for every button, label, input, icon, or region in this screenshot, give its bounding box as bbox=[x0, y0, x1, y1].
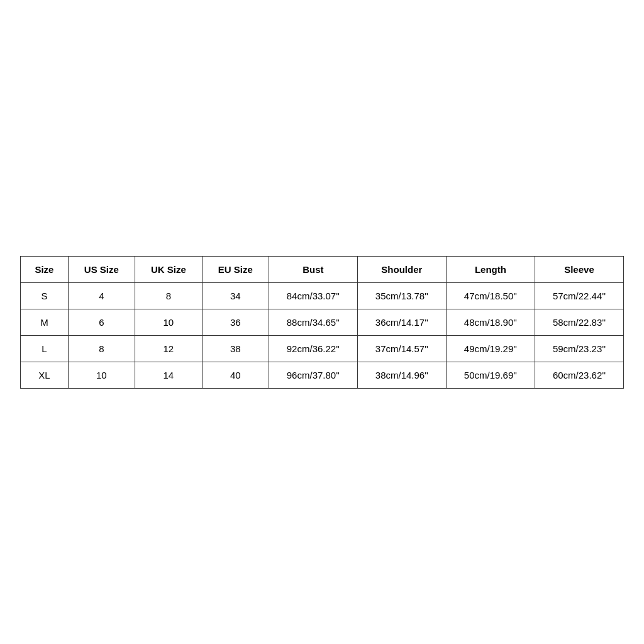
column-header-shoulder: Shoulder bbox=[357, 256, 446, 282]
table-cell-sleeve-row-0: 57cm/22.44'' bbox=[535, 282, 623, 309]
column-header-sleeve: Sleeve bbox=[535, 256, 623, 282]
table-cell-eu-size-row-1: 36 bbox=[202, 309, 269, 335]
table-cell-length-row-2: 49cm/19.29'' bbox=[446, 335, 535, 362]
table-header-row: SizeUS SizeUK SizeEU SizeBustShoulderLen… bbox=[21, 256, 624, 282]
table-row: M6103688cm/34.65''36cm/14.17''48cm/18.90… bbox=[21, 309, 624, 335]
table-cell-shoulder-row-2: 37cm/14.57'' bbox=[357, 335, 446, 362]
table-cell-shoulder-row-1: 36cm/14.17'' bbox=[357, 309, 446, 335]
table-cell-sleeve-row-2: 59cm/23.23'' bbox=[535, 335, 623, 362]
table-cell-uk-size-row-3: 14 bbox=[135, 362, 202, 388]
column-header-bust: Bust bbox=[269, 256, 357, 282]
table-cell-size-row-1: M bbox=[21, 309, 69, 335]
size-chart-container: SizeUS SizeUK SizeEU SizeBustShoulderLen… bbox=[20, 256, 624, 389]
table-cell-uk-size-row-0: 8 bbox=[135, 282, 202, 309]
table-cell-bust-row-0: 84cm/33.07'' bbox=[269, 282, 357, 309]
column-header-size: Size bbox=[21, 256, 69, 282]
table-cell-size-row-2: L bbox=[21, 335, 69, 362]
table-cell-uk-size-row-2: 12 bbox=[135, 335, 202, 362]
table-cell-eu-size-row-3: 40 bbox=[202, 362, 269, 388]
table-cell-us-size-row-1: 6 bbox=[68, 309, 135, 335]
table-cell-length-row-0: 47cm/18.50'' bbox=[446, 282, 535, 309]
table-cell-eu-size-row-0: 34 bbox=[202, 282, 269, 309]
table-cell-us-size-row-0: 4 bbox=[68, 282, 135, 309]
table-row: S483484cm/33.07''35cm/13.78''47cm/18.50'… bbox=[21, 282, 624, 309]
table-cell-bust-row-3: 96cm/37.80'' bbox=[269, 362, 357, 388]
table-cell-us-size-row-3: 10 bbox=[68, 362, 135, 388]
column-header-length: Length bbox=[446, 256, 535, 282]
table-cell-sleeve-row-1: 58cm/22.83'' bbox=[535, 309, 623, 335]
table-cell-bust-row-1: 88cm/34.65'' bbox=[269, 309, 357, 335]
table-cell-us-size-row-2: 8 bbox=[68, 335, 135, 362]
column-header-us-size: US Size bbox=[68, 256, 135, 282]
table-cell-shoulder-row-3: 38cm/14.96'' bbox=[357, 362, 446, 388]
table-cell-shoulder-row-0: 35cm/13.78'' bbox=[357, 282, 446, 309]
table-cell-bust-row-2: 92cm/36.22'' bbox=[269, 335, 357, 362]
table-cell-eu-size-row-2: 38 bbox=[202, 335, 269, 362]
table-cell-uk-size-row-1: 10 bbox=[135, 309, 202, 335]
table-body: S483484cm/33.07''35cm/13.78''47cm/18.50'… bbox=[21, 282, 624, 388]
table-cell-sleeve-row-3: 60cm/23.62'' bbox=[535, 362, 623, 388]
column-header-uk-size: UK Size bbox=[135, 256, 202, 282]
table-cell-size-row-0: S bbox=[21, 282, 69, 309]
table-cell-length-row-1: 48cm/18.90'' bbox=[446, 309, 535, 335]
size-chart-table: SizeUS SizeUK SizeEU SizeBustShoulderLen… bbox=[20, 256, 624, 389]
table-cell-size-row-3: XL bbox=[21, 362, 69, 388]
table-cell-length-row-3: 50cm/19.69'' bbox=[446, 362, 535, 388]
table-row: XL10144096cm/37.80''38cm/14.96''50cm/19.… bbox=[21, 362, 624, 388]
column-header-eu-size: EU Size bbox=[202, 256, 269, 282]
table-row: L8123892cm/36.22''37cm/14.57''49cm/19.29… bbox=[21, 335, 624, 362]
